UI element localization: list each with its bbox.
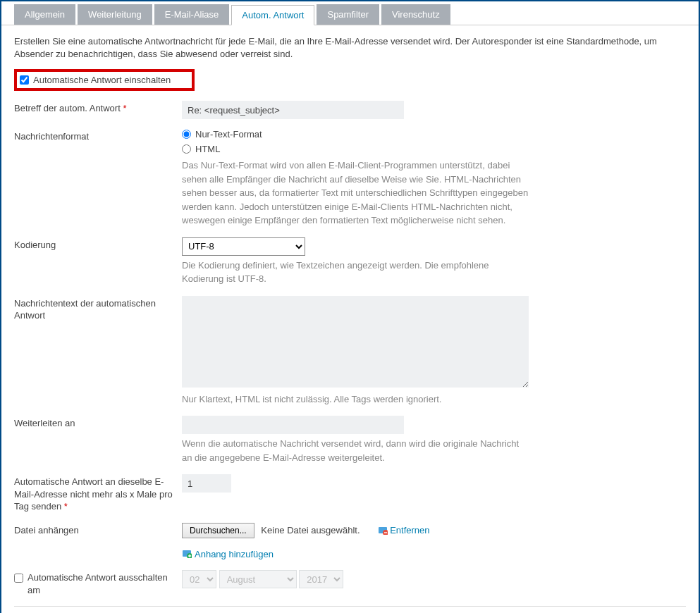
disable-day-select[interactable]: 02 xyxy=(182,570,216,588)
disable-on-checkbox[interactable] xyxy=(14,574,23,583)
encoding-note: Die Kodierung definiert, wie Textzeichen… xyxy=(182,259,531,286)
msgtext-note: Nur Klartext, HTML ist nicht zulässig. A… xyxy=(182,392,531,407)
enable-auto-reply-row[interactable]: Automatische Antwort einschalten xyxy=(20,75,171,85)
add-attachment-link[interactable]: Anhang hinzufügen xyxy=(182,548,274,560)
format-html-radio[interactable] xyxy=(182,144,191,154)
disable-on-label: Automatische Antwort ausschalten am xyxy=(27,571,182,596)
encoding-select[interactable]: UTF-8 xyxy=(182,237,305,256)
intro-text: Erstellen Sie eine automatische Antwortn… xyxy=(14,35,686,61)
add-icon xyxy=(182,548,192,560)
msgtext-textarea[interactable] xyxy=(182,296,529,388)
disable-on-row: Automatische Antwort ausschalten am xyxy=(14,570,182,596)
format-html-row[interactable]: HTML xyxy=(182,144,686,154)
format-html-label: HTML xyxy=(195,144,220,154)
svg-rect-2 xyxy=(384,532,387,533)
attach-label: Datei anhängen xyxy=(14,523,182,537)
subject-input[interactable] xyxy=(182,101,404,119)
tab-general[interactable]: Allgemein xyxy=(14,4,75,25)
remove-attachment-link[interactable]: Entfernen xyxy=(378,525,429,535)
enable-auto-reply-checkbox[interactable] xyxy=(20,75,29,85)
svg-rect-6 xyxy=(188,555,191,556)
no-file-selected-label: Keine Datei ausgewählt. xyxy=(261,525,360,535)
forwardto-input[interactable] xyxy=(182,416,404,434)
remove-icon xyxy=(378,525,388,537)
limit-input[interactable] xyxy=(182,474,231,493)
format-plain-label: Nur-Text-Format xyxy=(195,129,262,140)
forwardto-label: Weiterleiten an xyxy=(14,416,182,430)
disable-on-checkbox-row[interactable]: Automatische Antwort ausschalten am xyxy=(14,571,182,596)
format-label: Nachrichtenformat xyxy=(14,129,182,143)
format-plain-radio[interactable] xyxy=(182,130,191,139)
forwardto-note: Wenn die automatische Nachricht versende… xyxy=(182,437,531,464)
subject-label: Betreff der autom. Antwort * xyxy=(14,101,182,115)
enable-auto-reply-label: Automatische Antwort einschalten xyxy=(33,75,171,85)
tab-forwarding[interactable]: Weiterleitung xyxy=(78,4,152,25)
enable-highlight: Automatische Antwort einschalten xyxy=(14,69,195,91)
encoding-label: Kodierung xyxy=(14,237,182,252)
browse-button[interactable]: Durchsuchen... xyxy=(182,523,254,538)
msgtext-label: Nachrichtentext der automatischen Antwor… xyxy=(14,296,182,322)
format-note: Das Nur-Text-Format wird von allen E-Mai… xyxy=(182,159,531,228)
separator xyxy=(14,606,686,607)
tabs-bar: Allgemein Weiterleitung E-Mail-Aliase Au… xyxy=(1,1,699,25)
disable-month-select[interactable]: August xyxy=(219,570,297,588)
tab-antivirus[interactable]: Virenschutz xyxy=(381,4,450,25)
tab-spamfilter[interactable]: Spamfilter xyxy=(317,4,379,25)
tab-auto-reply[interactable]: Autom. Antwort xyxy=(231,5,314,25)
format-plain-row[interactable]: Nur-Text-Format xyxy=(182,129,686,140)
tab-aliases[interactable]: E-Mail-Aliase xyxy=(154,4,230,25)
limit-label: Automatische Antwort an dieselbe E-Mail-… xyxy=(14,474,182,513)
disable-year-select[interactable]: 2017 xyxy=(299,570,343,588)
